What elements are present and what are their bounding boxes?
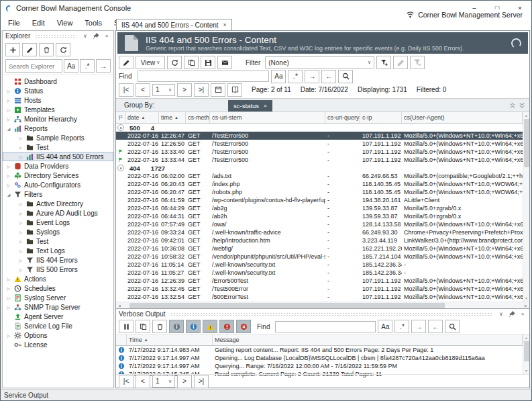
copy-button[interactable] (136, 320, 150, 333)
menu-view[interactable]: View (51, 17, 79, 29)
match-case-button[interactable]: Aa (64, 59, 78, 73)
expander-icon[interactable]: ▷ (18, 145, 23, 150)
expander-icon[interactable]: ▷ (6, 173, 11, 178)
table-row[interactable]: 2022-07-1610:58:32GET/vendor/phpunit/php… (116, 253, 523, 261)
tree-item-templates[interactable]: ▷Templates (3, 105, 113, 114)
refresh-button[interactable] (167, 56, 182, 69)
find-next-button[interactable]: → (96, 59, 111, 73)
next-page-button[interactable]: > (177, 83, 192, 97)
table-row[interactable]: 2022-07-1606:20:47GET/robots.php-118.140… (116, 188, 523, 196)
table-row[interactable]: 2022-07-1612:26:47GET/TestError500-107.1… (116, 132, 523, 140)
prev-page-button[interactable]: < (136, 375, 150, 388)
tree-item-license[interactable]: License (3, 340, 113, 349)
horizontal-scrollbar[interactable]: ◀ ▶ (116, 302, 529, 308)
find-prev-button[interactable]: ← (321, 70, 336, 83)
table-row[interactable]: 2022-07-1612:26:39GET/Error500Test-107.1… (116, 277, 523, 285)
tree-item-hosts[interactable]: ▷Hosts (3, 95, 113, 105)
column-header-cs-method[interactable]: cs-method (186, 112, 210, 123)
scroll-left-icon[interactable]: ◀ (116, 302, 123, 309)
collapse-all-icon[interactable] (509, 102, 516, 109)
vertical-scrollbar[interactable]: ▲ ▼ (523, 112, 529, 302)
menu-tools[interactable]: Tools (78, 17, 108, 29)
tree-item-iis-500-errors[interactable]: ▷IIS 500 Errors (3, 265, 113, 274)
tree-item-auto-configurators[interactable]: ▷Auto-Configurators (3, 180, 113, 189)
expander-icon[interactable]: ▷ (6, 305, 11, 310)
last-page-button[interactable]: >| (194, 375, 209, 388)
tree-item-text-logs[interactable]: ▷Text Logs (3, 246, 113, 255)
column-header-time[interactable]: time▲ (159, 112, 186, 123)
expander-icon[interactable]: ▷ (6, 286, 11, 291)
regex-button[interactable]: .* (288, 70, 303, 83)
expander-icon[interactable]: ▷ (6, 277, 11, 281)
expander-icon[interactable]: ▷ (6, 183, 11, 187)
table-row[interactable]: 2022-07-1606:44:29GET/ab2g-139.59.33.87M… (116, 204, 523, 212)
tree-item-snmp-trap-server[interactable]: ▷SNMP Trap Server (3, 302, 113, 312)
group-chip-sc-status[interactable]: sc-status × (228, 100, 272, 112)
expander-icon[interactable]: ▷ (6, 164, 11, 169)
table-row[interactable]: 2022-07-1606:20:43GET/index.php-118.140.… (116, 180, 523, 188)
tree-item-syslog-server[interactable]: ▷Syslog Server (3, 293, 113, 302)
tree-item-active-directory[interactable]: ▷Active Directory (3, 199, 113, 208)
pause-button[interactable] (119, 320, 134, 333)
expander-icon[interactable]: ▷ (18, 202, 23, 206)
chevron-down-icon[interactable]: ∨ (497, 311, 505, 317)
tab-close-icon[interactable]: × (223, 21, 227, 28)
expand-all-icon[interactable] (519, 102, 525, 109)
expander-icon[interactable]: ▷ (18, 220, 23, 225)
scroll-down-icon[interactable]: ▼ (523, 367, 529, 374)
log-row[interactable]: 7/17/2022 9:17:14.997 AMOpening... Log D… (116, 354, 523, 362)
scroll-thumb[interactable] (129, 303, 445, 308)
tree-item-azure-ad-audit-logs[interactable]: ▷Azure AD Audit Logs (3, 208, 113, 218)
book-view-button[interactable] (227, 83, 242, 97)
filter-select[interactable]: (None)∨ (265, 56, 374, 69)
tree-item-iis-404-and-500-errors[interactable]: ▷IIS 404 and 500 Errors (3, 152, 113, 161)
panel-grip[interactable] (170, 312, 493, 316)
flag-column-header[interactable] (116, 112, 125, 123)
first-page-button[interactable]: |< (119, 375, 134, 388)
panel-grip[interactable] (35, 34, 76, 38)
tree-item-syslogs[interactable]: ▷Syslogs (3, 227, 113, 236)
tree-item-dashboard[interactable]: Dashboard (3, 77, 113, 86)
search-button[interactable] (338, 70, 353, 83)
table-row[interactable]: 2022-07-1606:41:59GET/wp-content/plugins… (116, 196, 523, 204)
table-row[interactable]: 2022-07-1606:02:00GET/ads.txt-66.249.66.… (116, 172, 523, 180)
edit-report-button[interactable] (119, 56, 134, 69)
column-header-cs-uri-query[interactable]: cs-uri-query (325, 112, 360, 123)
warning-toggle-button[interactable] (203, 320, 217, 333)
tree-item-monitor-hierarchy[interactable]: ▷Monitor Hierarchy (3, 114, 113, 124)
table-row[interactable]: 2022-07-1610:36:08GET/webfig/-162.221.19… (116, 244, 523, 253)
find-next-button[interactable]: → (305, 70, 319, 83)
tree-item-sample-reports[interactable]: ▷Sample Reports (3, 133, 113, 142)
expander-icon[interactable]: ▷ (18, 136, 23, 140)
scroll-up-icon[interactable]: ▲ (523, 112, 529, 119)
expander-icon[interactable]: ▷ (6, 333, 11, 338)
tree-item-options[interactable]: ▷Options (3, 330, 113, 340)
menu-edit[interactable]: Edit (26, 17, 51, 29)
table-row[interactable]: 2022-07-1613:32:45GET/Test500Error-107.1… (116, 285, 523, 293)
critical-toggle-button[interactable] (236, 320, 251, 333)
page-select[interactable]: 1∨ (152, 375, 175, 388)
table-row[interactable]: 2022-07-1607:57:49GET/owa/-128.14.133.58… (116, 220, 523, 228)
match-case-button[interactable]: Aa (271, 70, 286, 83)
tree-item-actions[interactable]: ▷Actions (3, 274, 113, 283)
table-row[interactable]: 2022-07-1606:44:31GET/ab2h-139.59.33.87M… (116, 212, 523, 220)
table-row[interactable]: 2022-07-1613:33:40GET/TestError500-107.1… (116, 148, 523, 156)
tree-item-event-logs[interactable]: ▷Event Logs (3, 218, 113, 227)
tree-item-agent-server[interactable]: Agent Server (3, 312, 113, 321)
tab-iis-404-500-content[interactable]: IIS 404 and 500 Errors - Content × (116, 19, 232, 30)
copy-button[interactable] (184, 56, 199, 69)
first-page-button[interactable]: |< (119, 83, 134, 97)
delete-button[interactable] (39, 43, 54, 56)
add-filter-button[interactable] (376, 56, 391, 69)
tree-item-test[interactable]: ▷Test (3, 142, 113, 152)
tree-item-filters[interactable]: ◢Filters (3, 189, 113, 199)
remove-group-icon[interactable]: × (264, 103, 267, 109)
tree-item-iis-404-errors[interactable]: ▷IIS 404 Errors (3, 255, 113, 265)
menu-file[interactable]: File (2, 17, 26, 29)
chevron-down-icon[interactable]: ∨ (81, 33, 89, 39)
column-header-date[interactable]: date▲ (125, 112, 159, 123)
expander-icon[interactable]: ▷ (6, 296, 11, 300)
email-button[interactable] (217, 56, 232, 69)
clear-filter-button[interactable] (410, 56, 425, 69)
tree-item-reports[interactable]: ◢Reports (3, 124, 113, 133)
